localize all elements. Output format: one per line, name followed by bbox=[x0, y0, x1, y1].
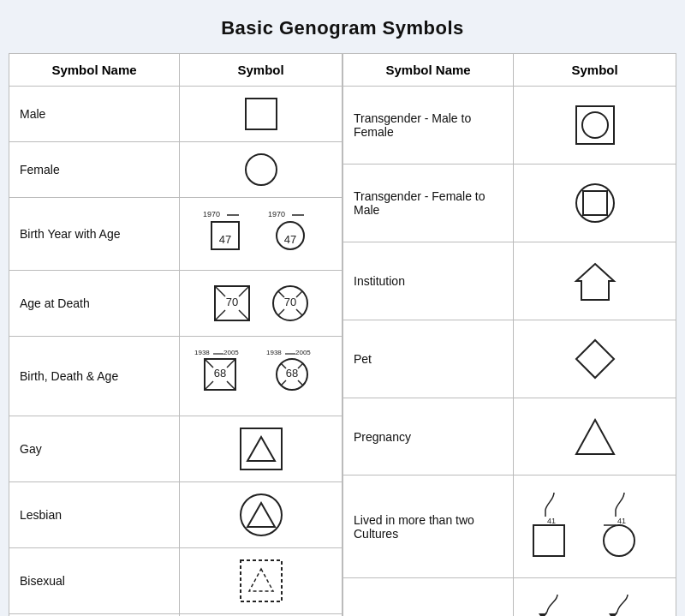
svg-rect-58 bbox=[533, 525, 564, 556]
svg-rect-0 bbox=[246, 99, 277, 129]
svg-text:1938: 1938 bbox=[194, 349, 210, 356]
svg-line-26 bbox=[205, 359, 213, 368]
svg-point-42 bbox=[241, 494, 282, 535]
table-row: Age at Death 70 bbox=[9, 271, 342, 337]
left-col1-header: Symbol Name bbox=[9, 54, 180, 87]
svg-text:1970: 1970 bbox=[268, 210, 285, 218]
symbol-lesbian bbox=[180, 482, 342, 548]
svg-line-37 bbox=[281, 380, 286, 386]
table-row: Birth, Death & Age 1938 2005 68 bbox=[9, 337, 342, 416]
svg-line-29 bbox=[227, 381, 235, 390]
table-row: Male bbox=[9, 87, 342, 142]
symbol-cultures: 41 41 bbox=[514, 475, 676, 577]
symbol-age-death: 70 70 bbox=[180, 271, 342, 337]
label-trans-mf: Transgender - Male to Female bbox=[343, 87, 514, 164]
label-age-death: Age at Death bbox=[9, 271, 180, 337]
svg-text:47: 47 bbox=[283, 233, 295, 246]
table-row: Transgender - Male to Female bbox=[343, 87, 676, 164]
label-birth-death: Birth, Death & Age bbox=[9, 337, 180, 416]
symbol-trans-mf bbox=[514, 87, 676, 164]
symbol-bisexual-sq bbox=[180, 548, 342, 614]
svg-text:70: 70 bbox=[283, 296, 295, 308]
table-row: Institution bbox=[343, 242, 676, 320]
label-pregnancy: Pregnancy bbox=[343, 398, 514, 475]
symbol-institution bbox=[514, 242, 676, 320]
symbol-trans-fm bbox=[514, 164, 676, 242]
symbol-gay bbox=[180, 416, 342, 482]
table-row: Transgender - Female to Male bbox=[343, 164, 676, 242]
right-col1-header: Symbol Name bbox=[343, 54, 514, 87]
label-female: Female bbox=[9, 142, 180, 198]
svg-point-50 bbox=[576, 184, 614, 222]
svg-point-62 bbox=[604, 525, 634, 556]
svg-line-19 bbox=[278, 309, 284, 315]
svg-text:47: 47 bbox=[218, 233, 230, 246]
left-table: Symbol Name Symbol Male Female bbox=[9, 53, 342, 616]
label-gay: Gay bbox=[9, 416, 180, 482]
table-row: Pet bbox=[343, 320, 676, 398]
symbol-immigration: 41 41 bbox=[514, 577, 676, 616]
svg-line-13 bbox=[215, 310, 225, 320]
svg-marker-54 bbox=[576, 420, 614, 454]
svg-rect-51 bbox=[583, 191, 607, 215]
symbol-male bbox=[180, 87, 342, 142]
symbol-birth-year: 1970 47 1970 47 bbox=[180, 198, 342, 271]
table-row: Female bbox=[9, 142, 342, 198]
tables-wrapper: Symbol Name Symbol Male Female bbox=[9, 53, 676, 616]
svg-text:41: 41 bbox=[617, 517, 626, 525]
svg-text:1938: 1938 bbox=[266, 349, 282, 356]
right-col2-header: Symbol bbox=[514, 54, 676, 87]
svg-line-38 bbox=[298, 380, 303, 386]
label-lesbian: Lesbian bbox=[9, 482, 180, 548]
symbol-pet bbox=[514, 320, 676, 398]
svg-marker-53 bbox=[576, 340, 614, 378]
svg-text:1970: 1970 bbox=[203, 210, 220, 218]
label-immigration: Immigration bbox=[343, 577, 514, 616]
page-title: Basic Genogram Symbols bbox=[221, 17, 464, 39]
label-trans-fm: Transgender - Female to Male bbox=[343, 164, 514, 242]
table-row: Bisexual bbox=[9, 548, 342, 614]
svg-marker-41 bbox=[247, 437, 275, 461]
svg-text:41: 41 bbox=[547, 517, 556, 525]
svg-text:68: 68 bbox=[213, 367, 225, 380]
label-cultures: Lived in more than two Cultures bbox=[343, 475, 514, 577]
svg-text:2005: 2005 bbox=[295, 349, 311, 356]
label-pet: Pet bbox=[343, 320, 514, 398]
svg-text:68: 68 bbox=[285, 367, 297, 380]
symbol-female bbox=[180, 142, 342, 198]
table-row: Immigration 41 bbox=[343, 577, 676, 616]
svg-marker-52 bbox=[576, 264, 614, 300]
table-row: Pregnancy bbox=[343, 398, 676, 475]
svg-text:70: 70 bbox=[225, 296, 237, 308]
svg-rect-44 bbox=[241, 560, 282, 601]
svg-line-27 bbox=[227, 359, 235, 368]
svg-line-12 bbox=[239, 286, 249, 296]
svg-text:2005: 2005 bbox=[223, 349, 239, 356]
symbol-birth-death: 1938 2005 68 1938 bbox=[180, 337, 342, 416]
label-institution: Institution bbox=[343, 242, 514, 320]
svg-line-36 bbox=[298, 363, 303, 368]
svg-line-28 bbox=[205, 381, 213, 390]
svg-marker-45 bbox=[249, 569, 273, 591]
svg-line-18 bbox=[296, 291, 302, 297]
svg-point-49 bbox=[582, 112, 608, 138]
table-row: Birth Year with Age 1970 47 1970 bbox=[9, 198, 342, 271]
table-row: Lesbian bbox=[9, 482, 342, 548]
right-table: Symbol Name Symbol Transgender - Male to… bbox=[342, 53, 676, 616]
svg-line-20 bbox=[296, 309, 302, 315]
svg-line-11 bbox=[215, 286, 225, 296]
svg-rect-40 bbox=[241, 428, 282, 469]
label-birth-year: Birth Year with Age bbox=[9, 198, 180, 271]
label-male: Male bbox=[9, 87, 180, 142]
left-col2-header: Symbol bbox=[180, 54, 342, 87]
table-row: Lived in more than two Cultures 41 bbox=[343, 475, 676, 577]
symbol-pregnancy bbox=[514, 398, 676, 475]
table-row: Gay bbox=[9, 416, 342, 482]
svg-point-1 bbox=[246, 154, 277, 185]
svg-marker-43 bbox=[247, 503, 275, 527]
svg-line-14 bbox=[239, 310, 249, 320]
label-bisexual-sq: Bisexual bbox=[9, 548, 180, 614]
